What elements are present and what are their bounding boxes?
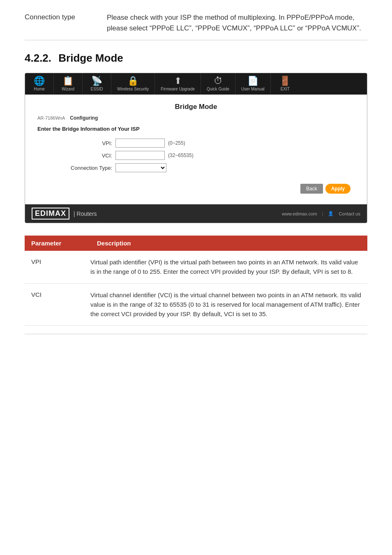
params-desc-vci: Virtual channel identifier (VCI) is the … xyxy=(90,290,367,319)
home-icon: 🌐 xyxy=(34,76,45,86)
footer-logo: EDIMAX | Routers xyxy=(32,208,97,220)
firmware-icon: ⬆ xyxy=(174,76,182,86)
footer-bar: EDIMAX | Routers www.edimax.com | 👤 Cont… xyxy=(25,204,367,223)
router-ui-frame: 🌐 Home 📋 Wizard 📡 ESSID 🔒 Wireless Secur… xyxy=(25,73,367,223)
section-heading: 4.2.2. Bridge Mode xyxy=(25,52,367,65)
nav-wizard[interactable]: 📋 Wizard xyxy=(54,73,83,95)
params-table: Parameter Description VPI Virtual path i… xyxy=(25,236,367,326)
vci-input[interactable] xyxy=(115,151,165,160)
params-header-desc: Description xyxy=(90,236,367,251)
wizard-icon: 📋 xyxy=(62,76,74,86)
vpi-row: VPI: (0~255) xyxy=(50,139,355,148)
vpi-label: VPI: xyxy=(50,140,115,146)
apply-button[interactable]: Apply xyxy=(325,184,350,194)
nav-bar: 🌐 Home 📋 Wizard 📡 ESSID 🔒 Wireless Secur… xyxy=(25,73,367,95)
footer-contact-icon: 👤 xyxy=(328,211,334,216)
nav-firmware-upgrade[interactable]: ⬆ Firmware Upgrade xyxy=(155,73,201,95)
nav-exit[interactable]: 🚪 EXIT xyxy=(271,73,300,95)
breadcrumb-device: AR-7186WnA xyxy=(37,116,65,120)
nav-quick-guide[interactable]: ⏱ Quick Guide xyxy=(201,73,235,95)
user-manual-icon: 📄 xyxy=(247,76,258,86)
params-name-vci: VCI xyxy=(25,290,90,319)
params-name-vpi: VPI xyxy=(25,257,90,277)
buttons-row: Back Apply xyxy=(37,180,355,198)
vpi-hint: (0~255) xyxy=(168,140,185,146)
params-header-param: Parameter xyxy=(25,236,90,251)
enter-info-label: Enter the Bridge Information of Your ISP xyxy=(37,126,355,132)
wireless-security-icon: 🔒 xyxy=(127,76,138,86)
bridge-form: VPI: (0~255) VCI: (32~65535) Connection … xyxy=(50,139,355,172)
essid-icon: 📡 xyxy=(91,76,102,86)
vci-label: VCI: xyxy=(50,153,115,159)
logo-routers: | Routers xyxy=(74,210,97,217)
params-table-header: Parameter Description xyxy=(25,236,367,251)
content-area: Bridge Mode AR-7186WnA Configuring Enter… xyxy=(25,95,367,204)
params-row-vpi: VPI Virtual path identifier (VPI) is the… xyxy=(25,251,367,284)
exit-icon: 🚪 xyxy=(279,76,291,86)
breadcrumb-row: AR-7186WnA Configuring xyxy=(37,115,355,121)
connection-type-description: Please check with your ISP the method of… xyxy=(107,12,367,33)
nav-wireless-security[interactable]: 🔒 Wireless Security xyxy=(111,73,155,95)
page-title: Bridge Mode xyxy=(37,103,355,111)
footer-website: www.edimax.com xyxy=(282,211,317,216)
bottom-rule xyxy=(25,334,367,334)
breadcrumb-step: Configuring xyxy=(70,115,98,121)
nav-essid[interactable]: 📡 ESSID xyxy=(83,73,111,95)
logo-text: EDIMAX xyxy=(32,208,69,220)
nav-user-manual[interactable]: 📄 User Manual xyxy=(235,73,271,95)
quick-guide-icon: ⏱ xyxy=(214,76,223,86)
connection-type-label: Connection type xyxy=(25,12,95,33)
vci-row: VCI: (32~65535) xyxy=(50,151,355,160)
connection-type-section: Connection type Please check with your I… xyxy=(25,12,367,40)
connection-type-field-label: Connection Type: xyxy=(50,165,115,171)
nav-home[interactable]: 🌐 Home xyxy=(25,73,54,95)
vpi-input[interactable] xyxy=(115,139,165,148)
footer-links: www.edimax.com | 👤 Contact us xyxy=(282,211,360,216)
params-row-vci: VCI Virtual channel identifier (VCI) is … xyxy=(25,284,367,326)
connection-type-row: Connection Type: RFC 1483 Bridged RFC 14… xyxy=(50,163,355,172)
connection-type-select[interactable]: RFC 1483 Bridged RFC 1483 Routed xyxy=(115,163,166,172)
params-desc-vpi: Virtual path identifier (VPI) is the vir… xyxy=(90,257,367,277)
back-button[interactable]: Back xyxy=(300,184,323,194)
footer-contact: Contact us xyxy=(339,211,360,216)
vci-hint: (32~65535) xyxy=(168,153,194,158)
